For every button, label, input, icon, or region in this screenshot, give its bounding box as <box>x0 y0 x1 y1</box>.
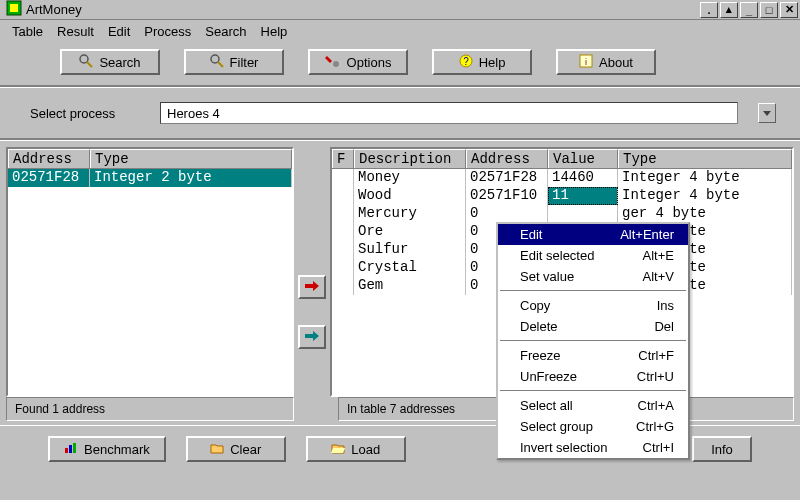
window-title: ArtMoney <box>26 2 82 17</box>
col-type[interactable]: Type <box>90 149 292 168</box>
table-header: F Description Address Value Type <box>332 149 792 169</box>
context-menu: Edit Alt+Enter Edit selected Alt+E Set v… <box>496 222 690 460</box>
results-header: Address Type <box>8 149 292 169</box>
load-button[interactable]: Load <box>306 436 406 462</box>
ctx-edit[interactable]: Edit Alt+Enter <box>498 224 688 245</box>
help-button[interactable]: ? Help <box>432 49 532 75</box>
options-button[interactable]: Options <box>308 49 408 75</box>
ctx-invert-selection[interactable]: Invert selection Ctrl+I <box>498 437 688 458</box>
col-description[interactable]: Description <box>354 149 466 168</box>
question-icon: ? <box>459 54 473 71</box>
menu-edit[interactable]: Edit <box>108 24 130 39</box>
menu-table[interactable]: Table <box>12 24 43 39</box>
svg-rect-16 <box>73 443 76 453</box>
minimize-button[interactable]: _ <box>740 2 758 18</box>
svg-text:?: ? <box>463 56 469 67</box>
results-row[interactable]: 02571F28 Integer 2 byte <box>8 169 292 187</box>
svg-point-2 <box>80 55 88 63</box>
clear-button[interactable]: Clear <box>186 436 286 462</box>
ctx-freeze[interactable]: Freeze Ctrl+F <box>498 345 688 366</box>
svg-marker-11 <box>763 111 771 116</box>
svg-rect-1 <box>10 4 18 12</box>
chevron-down-icon <box>763 106 771 120</box>
table-row[interactable]: Mercury0ger 4 byte <box>332 205 792 223</box>
magnifier-icon <box>210 54 224 71</box>
table-row[interactable]: Wood02571F1011Integer 4 byte <box>332 187 792 205</box>
move-right-red-button[interactable] <box>298 275 326 299</box>
col-value[interactable]: Value <box>548 149 618 168</box>
search-button[interactable]: Search <box>60 49 160 75</box>
menubar: Table Result Edit Process Search Help <box>0 20 800 43</box>
svg-line-5 <box>218 62 223 67</box>
svg-rect-14 <box>65 448 68 453</box>
ctx-unfreeze[interactable]: UnFreeze Ctrl+U <box>498 366 688 387</box>
ctx-edit-selected[interactable]: Edit selected Alt+E <box>498 245 688 266</box>
folder-icon <box>210 442 224 457</box>
process-label: Select process <box>30 106 140 121</box>
toolbar: Search Filter Options ? Help i About <box>0 43 800 87</box>
col-f[interactable]: F <box>332 149 354 168</box>
arrow-right-teal-icon <box>305 330 319 345</box>
filter-button[interactable]: Filter <box>184 49 284 75</box>
process-dropdown-button[interactable] <box>758 103 776 123</box>
results-panel: Address Type 02571F28 Integer 2 byte <box>6 147 294 397</box>
arrow-right-red-icon <box>305 280 319 295</box>
col-address-r[interactable]: Address <box>466 149 548 168</box>
move-right-teal-button[interactable] <box>298 325 326 349</box>
menu-search[interactable]: Search <box>205 24 246 39</box>
chart-icon <box>64 442 78 457</box>
wrench-icon <box>325 54 341 71</box>
about-button[interactable]: i About <box>556 49 656 75</box>
table-row[interactable]: Money02571F2814460Integer 4 byte <box>332 169 792 187</box>
ctx-select-group[interactable]: Select group Ctrl+G <box>498 416 688 437</box>
svg-rect-15 <box>69 445 72 453</box>
about-icon: i <box>579 54 593 71</box>
status-left: Found 1 address <box>6 397 294 421</box>
process-input[interactable]: Heroes 4 <box>160 102 738 124</box>
maximize-button[interactable]: □ <box>760 2 778 18</box>
ctx-set-value[interactable]: Set value Alt+V <box>498 266 688 287</box>
menu-result[interactable]: Result <box>57 24 94 39</box>
col-address[interactable]: Address <box>8 149 90 168</box>
restore-button[interactable]: . <box>700 2 718 18</box>
titlebar: ArtMoney . ▴ _ □ ✕ <box>0 0 800 20</box>
svg-text:i: i <box>585 57 587 67</box>
menu-help[interactable]: Help <box>261 24 288 39</box>
magnifier-icon <box>79 54 93 71</box>
maximize-alt-button[interactable]: ▴ <box>720 2 738 18</box>
svg-marker-12 <box>305 281 319 291</box>
info-button[interactable]: Info <box>692 436 752 462</box>
ctx-delete[interactable]: Delete Del <box>498 316 688 337</box>
close-button[interactable]: ✕ <box>780 2 798 18</box>
svg-point-6 <box>333 61 339 67</box>
app-icon <box>6 0 22 19</box>
benchmark-button[interactable]: Benchmark <box>48 436 166 462</box>
svg-point-4 <box>211 55 219 63</box>
menu-process[interactable]: Process <box>144 24 191 39</box>
col-type-r[interactable]: Type <box>618 149 792 168</box>
svg-line-3 <box>87 62 92 67</box>
ctx-copy[interactable]: Copy Ins <box>498 295 688 316</box>
ctx-select-all[interactable]: Select all Ctrl+A <box>498 395 688 416</box>
svg-marker-13 <box>305 331 319 341</box>
folder-open-icon <box>331 442 345 457</box>
process-row: Select process Heroes 4 <box>0 87 800 140</box>
